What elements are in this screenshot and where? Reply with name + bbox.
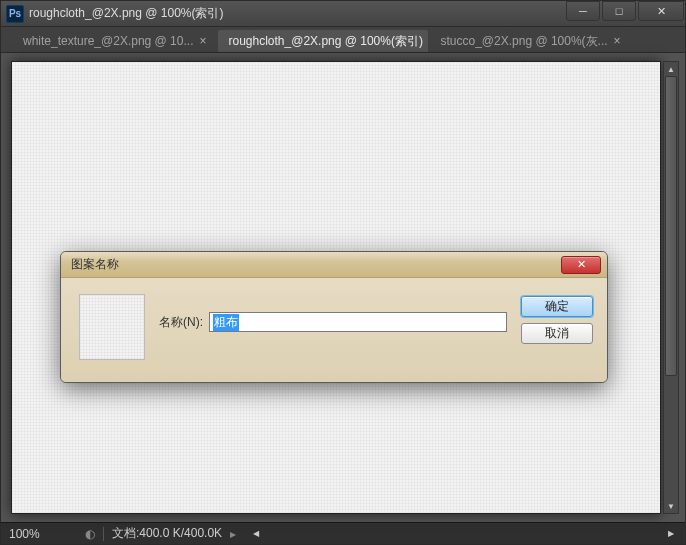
document-size-info: 文档:400.0 K/400.0K <box>112 525 222 542</box>
status-bar: 100% ◐ 文档:400.0 K/400.0K ▸ ◀ ▶ <box>1 522 685 544</box>
tab-label: stucco_@2X.png @ 100%(灰... <box>440 33 607 50</box>
document-tab[interactable]: stucco_@2X.png @ 100%(灰... × <box>430 30 630 52</box>
name-input[interactable]: 粗布 <box>209 312 507 332</box>
window-title: roughcloth_@2X.png @ 100%(索引) <box>29 5 565 22</box>
name-field-label: 名称(N): <box>159 314 203 331</box>
dialog-button-column: 确定 取消 <box>521 294 593 344</box>
close-button[interactable]: ✕ <box>638 1 684 21</box>
scrollbar-thumb[interactable] <box>665 76 677 376</box>
tab-close-icon[interactable]: × <box>199 34 206 48</box>
status-indicator-icon: ◐ <box>85 527 95 541</box>
pattern-preview <box>79 294 145 360</box>
ok-button[interactable]: 确定 <box>521 296 593 317</box>
document-tab[interactable]: roughcloth_@2X.png @ 100%(索引) × <box>218 30 428 52</box>
dialog-body: 名称(N): 粗布 确定 取消 <box>61 278 607 382</box>
dialog-title: 图案名称 <box>67 256 561 273</box>
maximize-button[interactable]: □ <box>602 1 636 21</box>
cancel-button[interactable]: 取消 <box>521 323 593 344</box>
tab-close-icon[interactable]: × <box>614 34 621 48</box>
vertical-scrollbar[interactable]: ▲ ▼ <box>663 61 679 514</box>
dialog-close-button[interactable]: ✕ <box>561 256 601 274</box>
document-tab-bar: white_texture_@2X.png @ 10... × roughclo… <box>1 27 685 53</box>
minimize-button[interactable]: ─ <box>566 1 600 21</box>
scroll-down-icon[interactable]: ▼ <box>664 499 678 513</box>
pattern-name-dialog: 图案名称 ✕ 名称(N): 粗布 确定 取消 <box>60 251 608 383</box>
horizontal-scrollbar[interactable]: ◀ ▶ <box>250 528 677 540</box>
tab-label: white_texture_@2X.png @ 10... <box>23 34 193 48</box>
scroll-right-icon[interactable]: ▶ <box>665 528 677 540</box>
divider <box>103 527 104 541</box>
scroll-left-icon[interactable]: ◀ <box>250 528 262 540</box>
scroll-up-icon[interactable]: ▲ <box>664 62 678 76</box>
title-bar: Ps roughcloth_@2X.png @ 100%(索引) ─ □ ✕ <box>1 1 685 27</box>
zoom-level[interactable]: 100% <box>9 527 77 541</box>
chevron-right-icon[interactable]: ▸ <box>230 527 236 541</box>
window-controls: ─ □ ✕ <box>565 1 685 26</box>
name-input-value: 粗布 <box>213 314 239 331</box>
document-tab[interactable]: white_texture_@2X.png @ 10... × <box>13 30 216 52</box>
dialog-title-bar[interactable]: 图案名称 ✕ <box>61 252 607 278</box>
photoshop-icon: Ps <box>6 5 24 23</box>
name-field-row: 名称(N): 粗布 <box>159 294 507 332</box>
tab-label: roughcloth_@2X.png @ 100%(索引) <box>228 33 422 50</box>
